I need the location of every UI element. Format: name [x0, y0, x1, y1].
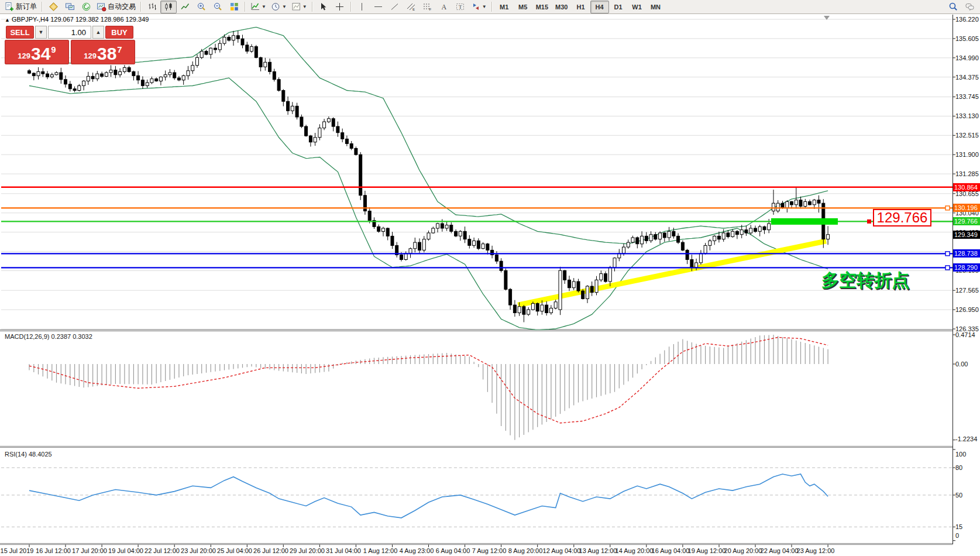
dropdown-caret: ▼ [302, 5, 307, 9]
rsi-line [29, 474, 828, 518]
main-toolbar: 新订单 [0, 0, 980, 14]
timeframe-m1[interactable]: M1 [495, 1, 514, 13]
candlestick-chart-icon [164, 2, 174, 12]
bid-pip-digit: 9 [51, 44, 56, 54]
price-tick-label: 135.605 [955, 35, 980, 42]
ask-price-display[interactable]: 129 38 7 [71, 40, 135, 64]
toolbar-separator [491, 2, 493, 12]
crosshair-icon [335, 2, 345, 12]
text-tool[interactable]: A [436, 1, 452, 13]
toolbar-separator [350, 2, 352, 12]
level-price-label: 128.290 [953, 263, 980, 272]
time-tick-label: 7 Aug 12:00 [472, 547, 507, 554]
chat-icon [965, 2, 975, 12]
timeframe-h4[interactable]: H4 [590, 1, 609, 13]
tile-windows-icon [229, 2, 239, 12]
dropdown-caret: ▼ [262, 5, 266, 9]
zoom-in-button[interactable] [193, 1, 209, 13]
indicators-button[interactable]: ▼ [248, 1, 269, 13]
new-order-icon [5, 2, 15, 12]
new-order-button[interactable]: 新订单 [2, 1, 39, 13]
vertical-line-icon [357, 2, 367, 12]
search-button[interactable] [945, 1, 961, 13]
time-tick-label: 29 Jul 20:00 [290, 547, 325, 554]
price-tick-label: 136.220 [955, 16, 980, 23]
level-price-label: 129.766 [953, 217, 980, 225]
bid-price-display[interactable]: 129 34 9 [5, 40, 69, 64]
time-tick-label: 17 Jul 20:00 [72, 547, 107, 554]
level-price-label: 130.196 [953, 204, 980, 212]
toolbar-separator [42, 2, 43, 12]
indicator-tick-label: 0 [955, 532, 980, 539]
volume-decrease-button[interactable]: ▼ [35, 26, 47, 39]
time-tick-label: 19 Aug 12:00 [688, 547, 726, 554]
one-click-trade-panel: SELL ▼ 1.00 ▲ BUY 129 34 9 129 38 7 [5, 26, 136, 64]
periods-button[interactable]: ▼ [269, 1, 289, 13]
tile-windows-button[interactable] [226, 1, 242, 13]
crosshair-button[interactable] [332, 1, 348, 13]
indicator-tick-label: 100 [955, 451, 980, 458]
equidistant-channel-tool[interactable]: E [403, 1, 419, 13]
time-tick-label: 23 Aug 12:00 [797, 547, 835, 554]
chat-button[interactable] [961, 1, 978, 13]
green-highlight-band[interactable] [771, 218, 838, 225]
market-watch-button[interactable] [61, 1, 78, 13]
price-tick-label: 131.900 [955, 151, 980, 158]
svg-text:T: T [459, 4, 462, 10]
buy-button[interactable]: BUY [105, 26, 133, 39]
price-pane [1, 27, 953, 330]
periods-clock-icon [271, 2, 281, 12]
line-chart-button[interactable] [177, 1, 193, 13]
candlesticks [28, 31, 830, 322]
time-tick-label: 16 Jul 12:00 [36, 547, 71, 554]
indicator-tick-label: 50 [955, 492, 980, 499]
quotes-diamond-icon [49, 2, 59, 12]
timeframe-w1[interactable]: W1 [628, 1, 647, 13]
time-tick-label: 12 Aug 04:00 [543, 547, 581, 554]
text-label-icon: T [455, 2, 465, 12]
turning-point-annotation[interactable]: 多空转折点 [821, 269, 909, 293]
templates-button[interactable]: ▼ [289, 1, 310, 13]
dropdown-caret: ▼ [282, 5, 287, 9]
timeframe-m30[interactable]: M30 [552, 1, 571, 13]
time-tick-label: 22 Jul 12:00 [145, 547, 180, 554]
bar-chart-icon [147, 2, 157, 12]
candlestick-chart-button[interactable] [160, 1, 177, 13]
navigator-button[interactable] [78, 1, 94, 13]
zoom-out-button[interactable] [209, 1, 226, 13]
timeframe-group: M1M5M15M30H1H4D1W1MN [495, 1, 665, 13]
level-price-label: 128.738 [953, 249, 980, 258]
ask-big-digits: 38 [97, 45, 116, 63]
timeframe-m5[interactable]: M5 [514, 1, 532, 13]
bar-chart-button[interactable] [144, 1, 160, 13]
quotes-button[interactable] [45, 1, 61, 13]
horizontal-line-tool[interactable] [370, 1, 387, 13]
volume-increase-button[interactable]: ▲ [92, 26, 104, 39]
volume-input[interactable]: 1.00 [48, 26, 91, 39]
time-tick-label: 1 Aug 12:00 [363, 547, 398, 554]
indicator-tick-label: -1.2234 [955, 435, 980, 442]
timeframe-mn[interactable]: MN [647, 1, 665, 13]
time-tick-label: 8 Aug 20:00 [508, 547, 543, 554]
price-tick-label: 133.745 [955, 93, 980, 100]
text-label-tool[interactable]: T [452, 1, 469, 13]
level-price-label: 129.349 [953, 231, 980, 239]
templates-icon [291, 2, 301, 12]
vertical-line-tool[interactable] [354, 1, 370, 13]
price-tick-label: 133.130 [955, 112, 980, 119]
time-tick-label: 4 Aug 23:00 [400, 547, 434, 554]
indicator-tick-label: 0.00 [955, 361, 980, 368]
toolbar-separator [312, 2, 313, 12]
timeframe-h1[interactable]: H1 [572, 1, 590, 13]
autotrade-button[interactable]: 自动交易 [94, 1, 138, 13]
level-callout-box[interactable]: 129.766 [873, 209, 931, 226]
sell-button[interactable]: SELL [6, 26, 34, 39]
timeframe-m15[interactable]: M15 [532, 1, 552, 13]
fibonacci-tool[interactable]: F [419, 1, 436, 13]
cursor-button[interactable] [315, 1, 332, 13]
arrow-objects-tool[interactable]: ▼ [469, 1, 489, 13]
timeframe-d1[interactable]: D1 [609, 1, 628, 13]
trendline-tool[interactable] [387, 1, 403, 13]
price-grid [1, 19, 953, 329]
indicator-tick-label: 80 [955, 464, 980, 471]
